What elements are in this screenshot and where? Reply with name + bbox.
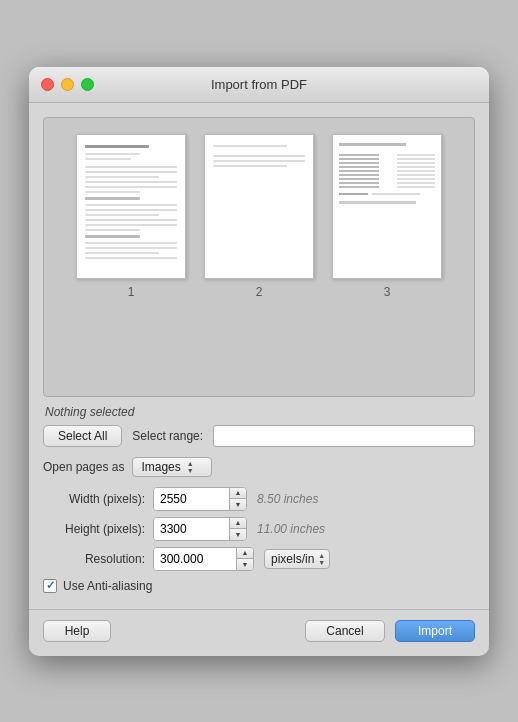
status-text: Nothing selected: [45, 405, 473, 419]
page-num-3: 3: [384, 285, 391, 299]
titlebar: Import from PDF: [29, 67, 489, 103]
width-row: Width (pixels): ▲ ▼ 8.50 inches: [43, 487, 475, 511]
checkmark-icon: ✓: [46, 579, 55, 592]
bottom-buttons-row: Help Cancel Import: [43, 620, 475, 642]
maximize-button[interactable]: [81, 78, 94, 91]
height-spinbox: ▲ ▼: [153, 517, 247, 541]
height-spinner-buttons: ▲ ▼: [229, 518, 246, 540]
import-button[interactable]: Import: [395, 620, 475, 642]
width-decrement-button[interactable]: ▼: [230, 499, 246, 510]
select-all-button[interactable]: Select All: [43, 425, 122, 447]
page-thumb-1[interactable]: 1: [76, 134, 186, 299]
resolution-row: Resolution: ▲ ▼ pixels/in ▲ ▼: [43, 547, 475, 571]
bottom-right-buttons: Cancel Import: [305, 620, 475, 642]
height-row: Height (pixels): ▲ ▼ 11.00 inches: [43, 517, 475, 541]
main-content: 1 2: [29, 103, 489, 656]
select-controls-row: Select All Select range:: [43, 425, 475, 447]
resolution-decrement-button[interactable]: ▼: [237, 559, 253, 570]
resolution-label: Resolution:: [43, 552, 153, 566]
antialias-label: Use Anti-aliasing: [63, 579, 152, 593]
page-num-1: 1: [128, 285, 135, 299]
resolution-spinbox: ▲ ▼: [153, 547, 254, 571]
page-preview-area: 1 2: [43, 117, 475, 397]
close-button[interactable]: [41, 78, 54, 91]
resolution-increment-button[interactable]: ▲: [237, 548, 253, 559]
page-thumb-3[interactable]: 3: [332, 134, 442, 299]
help-button[interactable]: Help: [43, 620, 111, 642]
window-controls: [41, 78, 94, 91]
resolution-unit-select[interactable]: pixels/in ▲ ▼: [264, 549, 330, 569]
width-spinner-buttons: ▲ ▼: [229, 488, 246, 510]
antialias-row: ✓ Use Anti-aliasing: [43, 579, 475, 593]
select-range-label: Select range:: [132, 429, 203, 443]
antialias-checkbox[interactable]: ✓: [43, 579, 57, 593]
page-image-3: [332, 134, 442, 279]
width-label: Width (pixels):: [43, 492, 153, 506]
import-pdf-window: Import from PDF: [29, 67, 489, 656]
page-image-1: [76, 134, 186, 279]
height-decrement-button[interactable]: ▼: [230, 529, 246, 540]
open-pages-arrows: ▲ ▼: [187, 460, 194, 474]
select-range-input[interactable]: [213, 425, 475, 447]
page-thumb-2[interactable]: 2: [204, 134, 314, 299]
resolution-input[interactable]: [154, 548, 236, 570]
width-increment-button[interactable]: ▲: [230, 488, 246, 499]
page-num-2: 2: [256, 285, 263, 299]
minimize-button[interactable]: [61, 78, 74, 91]
resolution-unit-arrows: ▲ ▼: [318, 552, 325, 566]
height-increment-button[interactable]: ▲: [230, 518, 246, 529]
height-label: Height (pixels):: [43, 522, 153, 536]
width-spinbox: ▲ ▼: [153, 487, 247, 511]
width-unit: 8.50 inches: [257, 492, 318, 506]
divider: [29, 609, 489, 610]
height-unit: 11.00 inches: [257, 522, 325, 536]
width-input[interactable]: [154, 488, 229, 510]
cancel-button[interactable]: Cancel: [305, 620, 385, 642]
height-input[interactable]: [154, 518, 229, 540]
open-pages-label: Open pages as: [43, 460, 124, 474]
resolution-spinner-buttons: ▲ ▼: [236, 548, 253, 570]
window-title: Import from PDF: [211, 77, 307, 92]
open-pages-row: Open pages as Images ▲ ▼: [43, 457, 475, 477]
open-pages-select[interactable]: Images ▲ ▼: [132, 457, 212, 477]
page-image-2: [204, 134, 314, 279]
